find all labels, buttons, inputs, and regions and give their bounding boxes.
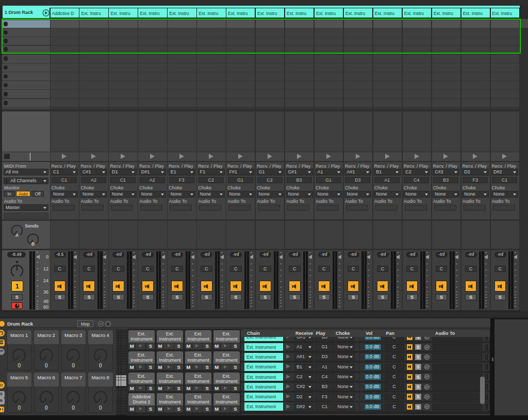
- svg-text:A: A: [15, 232, 18, 237]
- svg-text:B: B: [31, 241, 35, 246]
